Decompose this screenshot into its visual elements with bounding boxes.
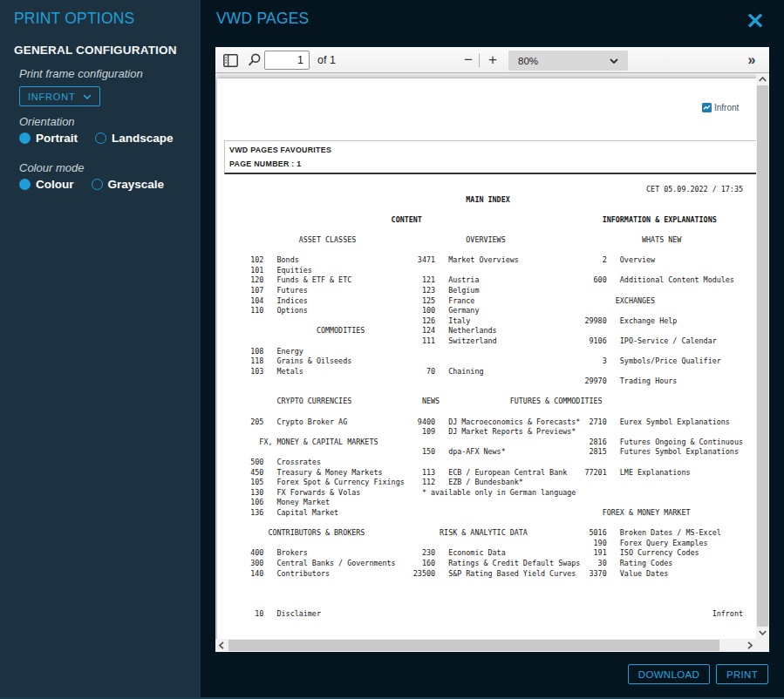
pdf-line: FX, MONEY & CAPITAL MARKETS 2816 Futures… (224, 438, 743, 448)
pdf-line: 205 Crypto Broker AG 9400 DJ Macroeconom… (224, 417, 743, 428)
page-number-input[interactable] (264, 51, 310, 70)
pdf-line (224, 579, 743, 589)
colour-mode-label: Colour mode (19, 161, 84, 174)
pdf-line (224, 599, 743, 609)
preview-panel: VWD PAGES (201, 0, 784, 699)
pdf-line: CONTENT INFORMATION & EXPLANATIONS (224, 215, 743, 226)
dialog-title: VWD PAGES (216, 10, 310, 28)
radio-grayscale[interactable]: Grayscale (92, 178, 165, 191)
pdf-line: 29970 Trading Hours (224, 377, 743, 387)
radio-circle-icon (19, 132, 31, 144)
close-button[interactable] (747, 13, 764, 29)
pdf-line: 120 Funds & ETF & ETC 121 Austria 600 Ad… (224, 275, 743, 286)
pdf-line: 130 FX Forwards & Volas * available only… (224, 488, 743, 499)
pdf-line: COMMODITIES 124 Netherlands (224, 326, 743, 336)
pdf-line: 105 Forex Spot & Currency Fixings 112 EZ… (224, 478, 743, 488)
pdf-line: 10 Disclaimer Infront (224, 609, 743, 620)
pdf-toolbar: of 1 − + 80% » (215, 47, 769, 73)
dialog-actions: DOWNLOAD PRINT (628, 664, 768, 684)
pdf-line: 109 DJ Market Reports & Previews* (224, 427, 743, 438)
radio-portrait-label: Portrait (36, 132, 78, 145)
print-options-panel: PRINT OPTIONS GENERAL CONFIGURATION Prin… (0, 0, 201, 699)
radio-landscape-label: Landscape (112, 132, 174, 145)
print-button[interactable]: PRINT (716, 664, 768, 684)
frame-config-dropdown[interactable]: INFRONT (19, 86, 100, 106)
pdf-line: 136 Capital Market FOREX & MONEY MARKET (224, 508, 743, 519)
general-configuration-heading: GENERAL CONFIGURATION (14, 44, 177, 57)
pdf-header-box: VWD PAGES FAVOURITES PAGE NUMBER : 1 (224, 140, 769, 174)
pdf-line: 140 Contributors 23500 S&P Rating Based … (224, 569, 743, 580)
pdf-line (224, 519, 743, 529)
frame-config-label: Print frame configuration (19, 67, 143, 80)
more-tools-button[interactable]: » (741, 49, 762, 71)
toggle-sidebar-button[interactable] (223, 54, 238, 67)
infront-logo-icon (702, 103, 712, 112)
pdf-line: 126 Italy 29980 Exchange Help (224, 316, 743, 327)
radio-circle-icon (95, 132, 106, 144)
download-button[interactable]: DOWNLOAD (628, 664, 710, 684)
zoom-level-value: 80% (518, 56, 538, 66)
pdf-line: 190 Forex Query Examples (224, 539, 743, 549)
scroll-left-arrow[interactable] (215, 639, 228, 652)
frame-config-value: INFRONT (28, 92, 75, 102)
scroll-down-arrow[interactable] (756, 627, 769, 639)
pdf-line: 106 Money Market (224, 498, 743, 508)
zoom-in-button[interactable]: + (482, 48, 503, 71)
pdf-line: 102 Bonds 3471 Market Overviews 2 Overvi… (224, 255, 743, 266)
pdf-line: 300 Central Banks / Governments 160 Rati… (224, 559, 743, 569)
radio-landscape[interactable]: Landscape (95, 132, 174, 145)
find-button[interactable] (248, 53, 261, 67)
toolbar-divider (479, 53, 480, 67)
pdf-line (224, 407, 743, 417)
pdf-line: MAIN INDEX (224, 195, 743, 206)
pdf-line: 107 Futures 123 Belgium (224, 286, 743, 296)
horizontal-scrollbar[interactable] (215, 639, 756, 652)
vertical-scroll-thumb[interactable] (757, 85, 768, 627)
pdf-page: Infront VWD PAGES FAVOURITES PAGE NUMBER… (217, 78, 769, 652)
vertical-scrollbar[interactable] (756, 73, 769, 639)
pdf-line: ASSET CLASSES OVERVIEWS WHATS NEW (224, 235, 743, 246)
pdf-line: 110 Options 100 Germany (224, 306, 743, 316)
scroll-right-arrow[interactable] (744, 639, 756, 652)
pdf-line: 150 dpa-AFX News* 2815 Futures Symbol Ex… (224, 447, 743, 458)
pdf-doc-title: VWD PAGES FAVOURITES (229, 146, 331, 154)
pdf-line: CONTRIBUTORS & BROKERS RISK & ANALYTIC D… (224, 528, 743, 539)
sidebar-toggle-icon (223, 54, 238, 67)
infront-logo: Infront (702, 103, 739, 112)
pdf-line: 111 Switzerland 9106 IPO-Service / Calen… (224, 336, 743, 347)
chevron-down-icon (83, 94, 92, 99)
pdf-line (224, 225, 743, 235)
scroll-up-arrow[interactable] (756, 73, 769, 85)
pdf-line: 104 Indices 125 France EXCHANGES (224, 296, 743, 307)
pdf-line (224, 387, 743, 397)
radio-grayscale-label: Grayscale (108, 178, 165, 191)
pdf-line (224, 246, 743, 256)
pdf-page-number: PAGE NUMBER : 1 (229, 159, 302, 168)
pdf-line: 450 Treasury & Money Markets 113 ECB / E… (224, 468, 743, 478)
radio-portrait[interactable]: Portrait (19, 132, 78, 145)
page-count-label: of 1 (317, 54, 336, 66)
pdf-line: 118 Grains & Oilseeds 3 Symbols/Price Qu… (224, 356, 743, 367)
search-icon (248, 53, 261, 67)
radio-circle-icon (92, 179, 103, 190)
pdf-body-lines: CET 05.09.2022 / 17:35 MAIN INDEX CONTEN… (224, 185, 743, 620)
panel-title: PRINT OPTIONS (14, 10, 134, 28)
radio-circle-icon (19, 179, 31, 190)
pdf-line: 500 Crossrates (224, 458, 743, 468)
horizontal-scroll-thumb[interactable] (228, 640, 719, 651)
chevron-down-icon (610, 58, 618, 64)
pdf-line (224, 205, 743, 215)
pdf-line: CRYPTO CURRENCIES NEWS FUTURES & COMMODI… (224, 397, 743, 407)
pdf-line: 101 Equities (224, 266, 743, 276)
close-icon (747, 13, 763, 28)
pdf-line (224, 589, 743, 600)
pdf-line: CET 05.09.2022 / 17:35 (224, 185, 743, 195)
pdf-line: 400 Brokers 230 Economic Data 191 ISO Cu… (224, 548, 743, 559)
colour-mode-options: Colour Grayscale (19, 178, 164, 191)
radio-colour-label: Colour (36, 178, 74, 191)
zoom-out-button[interactable]: − (459, 48, 478, 71)
orientation-options: Portrait Landscape (19, 132, 174, 145)
zoom-level-select[interactable]: 80% (508, 51, 628, 71)
radio-colour[interactable]: Colour (19, 178, 74, 191)
infront-logo-text: Infront (714, 103, 739, 112)
